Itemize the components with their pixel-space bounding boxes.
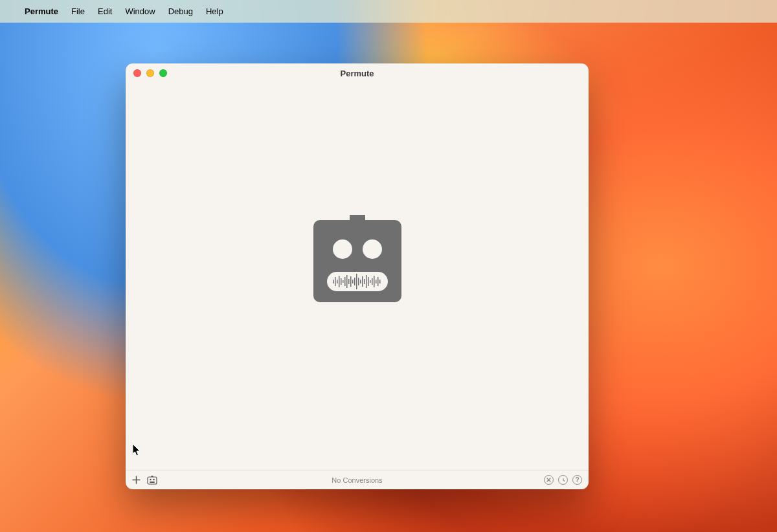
svg-rect-30 <box>148 477 157 484</box>
svg-rect-13 <box>348 279 350 284</box>
svg-point-2 <box>333 239 352 259</box>
svg-point-3 <box>363 239 382 259</box>
svg-rect-9 <box>341 278 342 285</box>
svg-rect-27 <box>376 280 377 283</box>
menubar: Permute File Edit Window Debug Help <box>0 0 777 23</box>
status-text: No Conversions <box>126 476 589 484</box>
svg-rect-26 <box>374 276 375 287</box>
svg-rect-11 <box>344 277 346 286</box>
svg-rect-8 <box>339 276 340 287</box>
titlebar[interactable]: Permute <box>126 63 589 83</box>
bottom-toolbar: No Conversions ? <box>126 470 589 489</box>
help-button[interactable]: ? <box>572 475 582 485</box>
robot-small-icon <box>147 476 157 485</box>
menu-edit[interactable]: Edit <box>91 6 118 16</box>
minimize-button[interactable] <box>146 69 154 77</box>
app-window: Permute <box>126 63 589 489</box>
svg-rect-15 <box>352 280 354 283</box>
svg-rect-29 <box>379 280 381 283</box>
robot-icon <box>313 215 401 302</box>
maximize-button[interactable] <box>159 69 167 77</box>
menu-help[interactable]: Help <box>199 6 230 16</box>
svg-rect-6 <box>335 277 336 286</box>
traffic-lights <box>133 69 167 77</box>
svg-point-31 <box>150 478 152 480</box>
svg-rect-19 <box>360 280 361 283</box>
menubar-app-name[interactable]: Permute <box>18 6 65 16</box>
svg-rect-14 <box>350 276 352 287</box>
svg-point-32 <box>153 478 155 480</box>
svg-rect-12 <box>346 275 348 288</box>
svg-rect-23 <box>368 277 369 286</box>
add-button[interactable] <box>132 476 141 484</box>
menu-window[interactable]: Window <box>118 6 161 16</box>
svg-rect-7 <box>337 280 338 283</box>
cancel-icon <box>544 475 554 485</box>
svg-rect-16 <box>354 278 355 285</box>
svg-rect-18 <box>358 278 359 285</box>
menu-file[interactable]: File <box>65 6 91 16</box>
clock-icon <box>558 475 568 485</box>
question-icon: ? <box>572 475 582 485</box>
svg-rect-17 <box>356 274 357 289</box>
svg-rect-34 <box>152 476 153 477</box>
svg-rect-33 <box>150 482 155 483</box>
svg-rect-5 <box>333 280 334 283</box>
cancel-all-button[interactable] <box>544 475 554 485</box>
svg-rect-4 <box>327 272 388 291</box>
menu-debug[interactable]: Debug <box>162 6 199 16</box>
svg-rect-24 <box>370 280 371 283</box>
svg-rect-22 <box>366 275 367 288</box>
presets-button[interactable] <box>147 476 157 485</box>
close-button[interactable] <box>133 69 141 77</box>
svg-rect-10 <box>343 280 344 283</box>
svg-rect-21 <box>364 279 365 284</box>
svg-rect-20 <box>362 276 363 287</box>
svg-rect-28 <box>377 277 379 286</box>
plus-icon <box>132 476 141 484</box>
drop-zone[interactable] <box>126 83 589 470</box>
window-title: Permute <box>126 69 589 78</box>
svg-rect-25 <box>372 278 373 285</box>
history-button[interactable] <box>558 475 568 485</box>
